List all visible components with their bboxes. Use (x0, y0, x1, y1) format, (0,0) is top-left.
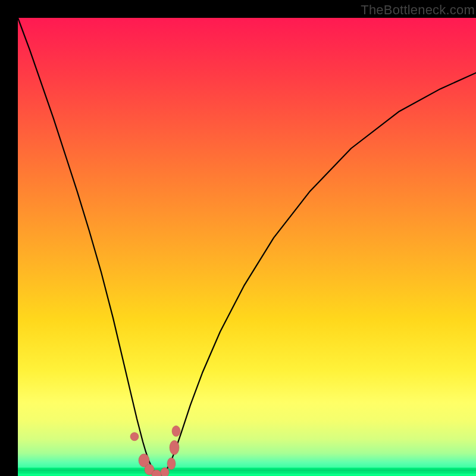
highlight-point (161, 468, 169, 476)
watermark-text: TheBottleneck.com (361, 2, 475, 18)
curve-layer (18, 18, 476, 476)
bottleneck-curve (18, 18, 476, 475)
highlight-point (130, 433, 139, 441)
highlight-point (170, 440, 179, 455)
highlighted-points-group (130, 426, 180, 476)
chart-frame: TheBottleneck.com (0, 0, 476, 476)
highlight-point (172, 426, 180, 437)
highlight-point (167, 458, 176, 469)
